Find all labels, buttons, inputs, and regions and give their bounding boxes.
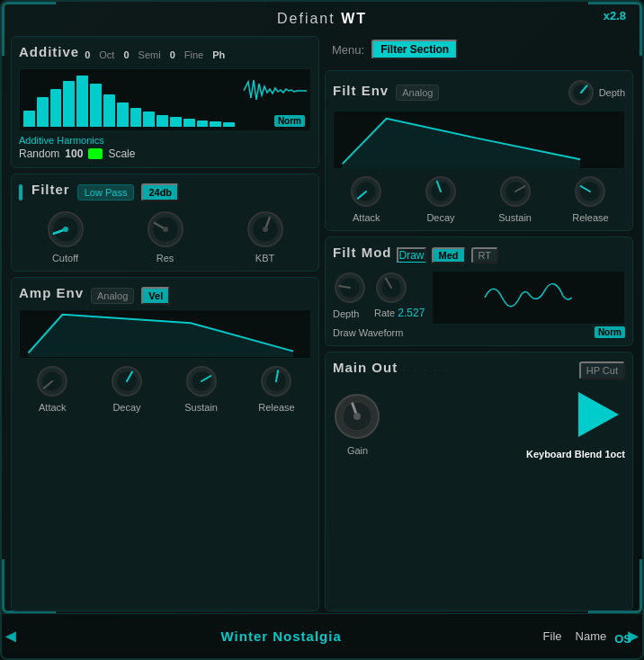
analog-button[interactable]: Analog — [91, 288, 134, 304]
filt-mod-waveform[interactable] — [432, 271, 625, 325]
filter-type-button[interactable]: Low Pass — [77, 184, 135, 201]
keyboard-blend: Keyboard Blend 1oct — [526, 449, 625, 459]
cutoff-label: Cutoff — [52, 253, 78, 263]
main-out-title: Main Out — [333, 360, 398, 375]
prev-arrow-button[interactable]: ◄ — [2, 626, 20, 647]
amp-env-title: Amp Env — [19, 285, 84, 300]
scale-indicator — [88, 148, 103, 159]
play-button[interactable] — [571, 388, 625, 441]
filter-title: Filter — [31, 182, 70, 197]
filt-env-depth-knob[interactable] — [567, 78, 595, 107]
harmonic-bar-10[interactable] — [157, 115, 168, 127]
res-label: Res — [157, 253, 174, 263]
menu-row: Menu: Filter Section — [325, 36, 633, 63]
scale-label: Scale — [108, 147, 135, 160]
norm-label[interactable]: Norm — [274, 115, 305, 127]
amp-env-section: Amp Env Analog Vel — [11, 277, 319, 611]
preset-title: Winter Nostalgia — [38, 629, 525, 644]
semi-label: Semi — [139, 49, 161, 60]
additive-params: 0 Oct 0 Semi 0 Fine Ph — [85, 49, 225, 60]
filt-mod-depth-knob[interactable] — [333, 271, 367, 305]
amp-sustain-label: Sustain — [184, 402, 218, 413]
harmonic-bar-7[interactable] — [117, 103, 129, 127]
amp-release-knob[interactable] — [259, 364, 293, 398]
name-button[interactable]: Name — [576, 629, 607, 643]
gain-knob[interactable] — [333, 392, 382, 441]
filt-mod-depth-label: Depth — [333, 308, 367, 319]
filt-attack-label: Attack — [353, 212, 380, 223]
rt-button[interactable]: RT — [471, 247, 498, 263]
amp-attack-group: Attack — [35, 364, 69, 413]
fine-label: Fine — [184, 49, 203, 60]
kbt-knob[interactable] — [246, 210, 285, 249]
filter-section: Filter Low Pass 24db — [11, 174, 319, 272]
corner-decoration-br — [588, 559, 642, 613]
filt-decay-knob[interactable] — [424, 174, 458, 209]
filter-section-button[interactable]: Filter Section — [371, 40, 458, 59]
additive-section: Additive 0 Oct 0 Semi 0 Fine Ph — [11, 36, 319, 168]
harmonic-bar-14[interactable] — [210, 121, 221, 127]
draw-button[interactable]: Draw — [397, 247, 425, 263]
kbt-group: KBT — [246, 210, 285, 263]
filt-release-knob[interactable] — [573, 174, 607, 209]
amp-attack-knob[interactable] — [35, 364, 69, 398]
kbt-label: KBT — [255, 253, 274, 263]
amp-sustain-knob[interactable] — [184, 364, 219, 398]
menu-label: Menu: — [332, 43, 364, 57]
harmonic-bar-2[interactable] — [50, 89, 62, 127]
filt-attack-knob[interactable] — [349, 174, 383, 209]
vel-button[interactable]: Vel — [141, 287, 170, 305]
filt-analog-button[interactable]: Analog — [396, 85, 439, 101]
additive-title: Additive — [19, 44, 79, 59]
filter-db-button[interactable]: 24db — [141, 183, 179, 201]
harmonic-bar-4[interactable] — [76, 76, 88, 127]
amp-attack-label: Attack — [39, 402, 67, 413]
filt-decay-group: Decay — [424, 174, 458, 223]
filt-mod-norm-label[interactable]: Norm — [595, 326, 625, 338]
filt-sustain-knob[interactable] — [498, 174, 532, 209]
header: Defiant WT x2.8 — [2, 2, 642, 36]
gain-label: Gain — [347, 445, 368, 456]
filt-mod-rate-knob[interactable] — [374, 271, 408, 305]
svg-point-35 — [353, 413, 361, 420]
cutoff-group: Cutoff — [46, 210, 85, 263]
harmonic-bar-1[interactable] — [37, 97, 49, 127]
filt-env-section: Filt Env Analog Depth — [325, 70, 633, 231]
filt-sustain-group: Sustain — [498, 174, 532, 223]
semi-value: 0 — [123, 49, 129, 60]
random-value: 100 — [65, 147, 83, 160]
hp-cut-button[interactable]: HP Cut — [579, 361, 625, 379]
filt-env-display[interactable] — [333, 111, 625, 169]
harmonic-bar-5[interactable] — [90, 84, 102, 127]
harmonic-bar-3[interactable] — [63, 81, 75, 127]
main-out-section: Main Out · · · · · HP Cut — [325, 352, 633, 611]
harmonic-bar-0[interactable] — [23, 111, 35, 127]
random-label: Random — [19, 147, 59, 160]
harmonics-display[interactable]: Norm — [19, 68, 311, 131]
amp-decay-label: Decay — [112, 402, 140, 413]
app-title: Defiant WT — [277, 11, 367, 27]
ph-value: Ph — [212, 49, 225, 60]
filt-mod-section: Filt Mod Draw Med RT D — [325, 236, 633, 346]
version-badge: x2.8 — [604, 9, 626, 22]
cutoff-knob[interactable] — [46, 210, 85, 249]
harmonic-bar-13[interactable] — [197, 120, 209, 127]
amp-sustain-group: Sustain — [184, 364, 219, 413]
res-group: Res — [146, 210, 185, 263]
amp-env-display[interactable] — [19, 309, 311, 359]
harmonic-bar-9[interactable] — [143, 111, 155, 127]
svg-point-8 — [263, 227, 268, 232]
med-button[interactable]: Med — [432, 247, 466, 263]
harmonic-bar-12[interactable] — [183, 119, 195, 127]
file-button[interactable]: File — [543, 629, 562, 643]
harmonic-bar-6[interactable] — [103, 94, 115, 127]
harmonic-bar-15[interactable] — [223, 122, 235, 127]
filt-env-depth-label: Depth — [599, 87, 625, 98]
amp-decay-knob[interactable] — [110, 364, 144, 398]
waveform-preview — [244, 73, 307, 109]
additive-harmonics-label: Additive Harmonics — [19, 135, 311, 146]
filter-indicator — [19, 184, 22, 201]
res-knob[interactable] — [146, 210, 185, 249]
harmonic-bar-11[interactable] — [170, 117, 182, 127]
harmonic-bar-8[interactable] — [130, 108, 142, 127]
